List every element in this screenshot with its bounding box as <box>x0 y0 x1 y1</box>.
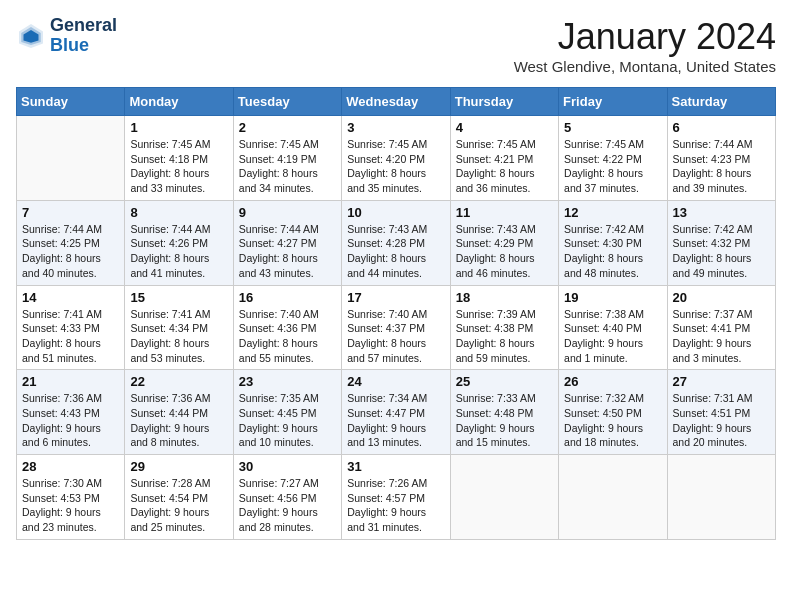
table-row: 17 Sunrise: 7:40 AMSunset: 4:37 PMDaylig… <box>342 285 450 370</box>
day-info: Sunrise: 7:45 AMSunset: 4:18 PMDaylight:… <box>130 138 210 194</box>
day-number: 30 <box>239 459 336 474</box>
calendar-header-row: Sunday Monday Tuesday Wednesday Thursday… <box>17 88 776 116</box>
table-row: 22 Sunrise: 7:36 AMSunset: 4:44 PMDaylig… <box>125 370 233 455</box>
day-number: 11 <box>456 205 553 220</box>
day-info: Sunrise: 7:45 AMSunset: 4:22 PMDaylight:… <box>564 138 644 194</box>
day-info: Sunrise: 7:31 AMSunset: 4:51 PMDaylight:… <box>673 392 753 448</box>
day-info: Sunrise: 7:45 AMSunset: 4:21 PMDaylight:… <box>456 138 536 194</box>
table-row <box>450 455 558 540</box>
day-number: 5 <box>564 120 661 135</box>
calendar-week-row: 7 Sunrise: 7:44 AMSunset: 4:25 PMDayligh… <box>17 200 776 285</box>
table-row: 23 Sunrise: 7:35 AMSunset: 4:45 PMDaylig… <box>233 370 341 455</box>
table-row: 1 Sunrise: 7:45 AMSunset: 4:18 PMDayligh… <box>125 116 233 201</box>
location: West Glendive, Montana, United States <box>514 58 776 75</box>
table-row: 16 Sunrise: 7:40 AMSunset: 4:36 PMDaylig… <box>233 285 341 370</box>
table-row: 11 Sunrise: 7:43 AMSunset: 4:29 PMDaylig… <box>450 200 558 285</box>
day-info: Sunrise: 7:36 AMSunset: 4:43 PMDaylight:… <box>22 392 102 448</box>
day-number: 8 <box>130 205 227 220</box>
calendar-table: Sunday Monday Tuesday Wednesday Thursday… <box>16 87 776 540</box>
day-number: 3 <box>347 120 444 135</box>
table-row: 4 Sunrise: 7:45 AMSunset: 4:21 PMDayligh… <box>450 116 558 201</box>
logo-blue: Blue <box>50 35 89 55</box>
col-monday: Monday <box>125 88 233 116</box>
day-info: Sunrise: 7:44 AMSunset: 4:23 PMDaylight:… <box>673 138 753 194</box>
day-number: 2 <box>239 120 336 135</box>
day-number: 25 <box>456 374 553 389</box>
day-info: Sunrise: 7:43 AMSunset: 4:28 PMDaylight:… <box>347 223 427 279</box>
table-row: 5 Sunrise: 7:45 AMSunset: 4:22 PMDayligh… <box>559 116 667 201</box>
table-row: 28 Sunrise: 7:30 AMSunset: 4:53 PMDaylig… <box>17 455 125 540</box>
table-row: 27 Sunrise: 7:31 AMSunset: 4:51 PMDaylig… <box>667 370 775 455</box>
table-row <box>667 455 775 540</box>
table-row: 9 Sunrise: 7:44 AMSunset: 4:27 PMDayligh… <box>233 200 341 285</box>
table-row: 15 Sunrise: 7:41 AMSunset: 4:34 PMDaylig… <box>125 285 233 370</box>
table-row: 25 Sunrise: 7:33 AMSunset: 4:48 PMDaylig… <box>450 370 558 455</box>
day-number: 17 <box>347 290 444 305</box>
table-row: 24 Sunrise: 7:34 AMSunset: 4:47 PMDaylig… <box>342 370 450 455</box>
col-thursday: Thursday <box>450 88 558 116</box>
table-row: 6 Sunrise: 7:44 AMSunset: 4:23 PMDayligh… <box>667 116 775 201</box>
day-number: 6 <box>673 120 770 135</box>
day-number: 16 <box>239 290 336 305</box>
day-info: Sunrise: 7:41 AMSunset: 4:33 PMDaylight:… <box>22 308 102 364</box>
calendar-week-row: 21 Sunrise: 7:36 AMSunset: 4:43 PMDaylig… <box>17 370 776 455</box>
day-number: 13 <box>673 205 770 220</box>
title-area: January 2024 West Glendive, Montana, Uni… <box>514 16 776 75</box>
table-row: 19 Sunrise: 7:38 AMSunset: 4:40 PMDaylig… <box>559 285 667 370</box>
day-info: Sunrise: 7:42 AMSunset: 4:32 PMDaylight:… <box>673 223 753 279</box>
col-tuesday: Tuesday <box>233 88 341 116</box>
day-number: 23 <box>239 374 336 389</box>
day-number: 10 <box>347 205 444 220</box>
calendar-week-row: 28 Sunrise: 7:30 AMSunset: 4:53 PMDaylig… <box>17 455 776 540</box>
month-title: January 2024 <box>514 16 776 58</box>
day-number: 21 <box>22 374 119 389</box>
day-number: 1 <box>130 120 227 135</box>
day-info: Sunrise: 7:45 AMSunset: 4:19 PMDaylight:… <box>239 138 319 194</box>
day-info: Sunrise: 7:35 AMSunset: 4:45 PMDaylight:… <box>239 392 319 448</box>
table-row: 2 Sunrise: 7:45 AMSunset: 4:19 PMDayligh… <box>233 116 341 201</box>
table-row: 26 Sunrise: 7:32 AMSunset: 4:50 PMDaylig… <box>559 370 667 455</box>
table-row: 18 Sunrise: 7:39 AMSunset: 4:38 PMDaylig… <box>450 285 558 370</box>
table-row <box>17 116 125 201</box>
table-row: 13 Sunrise: 7:42 AMSunset: 4:32 PMDaylig… <box>667 200 775 285</box>
table-row <box>559 455 667 540</box>
logo-icon <box>16 21 46 51</box>
page-header: General Blue January 2024 West Glendive,… <box>16 16 776 75</box>
day-info: Sunrise: 7:45 AMSunset: 4:20 PMDaylight:… <box>347 138 427 194</box>
day-number: 9 <box>239 205 336 220</box>
day-info: Sunrise: 7:44 AMSunset: 4:25 PMDaylight:… <box>22 223 102 279</box>
day-number: 7 <box>22 205 119 220</box>
day-number: 20 <box>673 290 770 305</box>
day-number: 15 <box>130 290 227 305</box>
col-friday: Friday <box>559 88 667 116</box>
day-number: 24 <box>347 374 444 389</box>
calendar-week-row: 1 Sunrise: 7:45 AMSunset: 4:18 PMDayligh… <box>17 116 776 201</box>
table-row: 7 Sunrise: 7:44 AMSunset: 4:25 PMDayligh… <box>17 200 125 285</box>
logo-general: General <box>50 15 117 35</box>
table-row: 30 Sunrise: 7:27 AMSunset: 4:56 PMDaylig… <box>233 455 341 540</box>
day-number: 28 <box>22 459 119 474</box>
day-info: Sunrise: 7:26 AMSunset: 4:57 PMDaylight:… <box>347 477 427 533</box>
table-row: 10 Sunrise: 7:43 AMSunset: 4:28 PMDaylig… <box>342 200 450 285</box>
day-info: Sunrise: 7:42 AMSunset: 4:30 PMDaylight:… <box>564 223 644 279</box>
day-info: Sunrise: 7:33 AMSunset: 4:48 PMDaylight:… <box>456 392 536 448</box>
day-info: Sunrise: 7:28 AMSunset: 4:54 PMDaylight:… <box>130 477 210 533</box>
table-row: 3 Sunrise: 7:45 AMSunset: 4:20 PMDayligh… <box>342 116 450 201</box>
day-info: Sunrise: 7:32 AMSunset: 4:50 PMDaylight:… <box>564 392 644 448</box>
day-info: Sunrise: 7:44 AMSunset: 4:26 PMDaylight:… <box>130 223 210 279</box>
day-info: Sunrise: 7:34 AMSunset: 4:47 PMDaylight:… <box>347 392 427 448</box>
day-info: Sunrise: 7:43 AMSunset: 4:29 PMDaylight:… <box>456 223 536 279</box>
table-row: 31 Sunrise: 7:26 AMSunset: 4:57 PMDaylig… <box>342 455 450 540</box>
day-number: 14 <box>22 290 119 305</box>
col-saturday: Saturday <box>667 88 775 116</box>
calendar-week-row: 14 Sunrise: 7:41 AMSunset: 4:33 PMDaylig… <box>17 285 776 370</box>
day-info: Sunrise: 7:39 AMSunset: 4:38 PMDaylight:… <box>456 308 536 364</box>
day-info: Sunrise: 7:27 AMSunset: 4:56 PMDaylight:… <box>239 477 319 533</box>
col-sunday: Sunday <box>17 88 125 116</box>
day-number: 12 <box>564 205 661 220</box>
day-number: 19 <box>564 290 661 305</box>
day-info: Sunrise: 7:36 AMSunset: 4:44 PMDaylight:… <box>130 392 210 448</box>
table-row: 21 Sunrise: 7:36 AMSunset: 4:43 PMDaylig… <box>17 370 125 455</box>
day-number: 31 <box>347 459 444 474</box>
day-info: Sunrise: 7:40 AMSunset: 4:37 PMDaylight:… <box>347 308 427 364</box>
